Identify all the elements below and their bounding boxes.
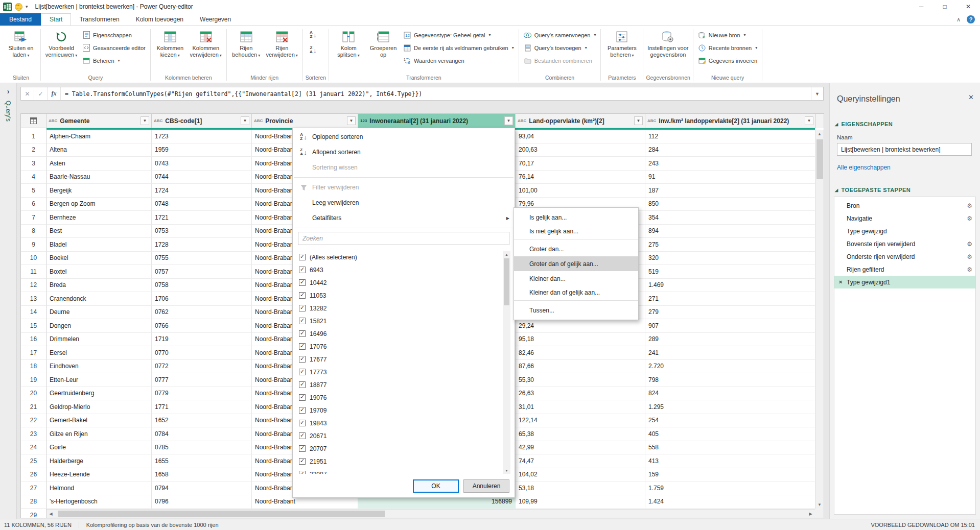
maximize-button[interactable]: □	[933, 0, 956, 13]
menu-item-number-filters[interactable]: Getalfilters ▶	[293, 210, 515, 226]
cell-land-oppervlakte[interactable]: 122,14	[516, 414, 645, 428]
cell-inw-per-km2[interactable]: 354	[645, 211, 816, 225]
checkbox-checked-icon[interactable]	[299, 458, 306, 465]
cell-land-oppervlakte[interactable]: 101,00	[516, 184, 645, 198]
cell-cbs-code[interactable]: 0770	[152, 346, 252, 360]
row-number[interactable]: 9	[21, 238, 46, 252]
checkbox-checked-icon[interactable]	[299, 445, 306, 452]
cell-inw-per-km2[interactable]: 275	[645, 238, 816, 252]
cell-gemeente[interactable]: Helmond	[46, 481, 152, 495]
vertical-scroll-thumb[interactable]	[816, 139, 823, 179]
row-number[interactable]: 16	[21, 333, 46, 347]
formula-cancel-icon[interactable]: ✕	[21, 87, 34, 100]
status-profiling-info[interactable]: Kolomprofilering op basis van de bovenst…	[79, 522, 226, 528]
cell-gemeente[interactable]: Altena	[46, 143, 152, 157]
row-number[interactable]: 12	[21, 279, 46, 293]
row-number[interactable]: 4	[21, 171, 46, 184]
filter-value-item[interactable]: 21951	[298, 455, 501, 468]
cell-cbs-code[interactable]: 0748	[152, 198, 252, 211]
cell-inw-per-km2[interactable]: 2.720	[645, 360, 816, 374]
cell-land-oppervlakte[interactable]: 76,14	[516, 171, 645, 184]
cell-gemeente[interactable]: Goirle	[46, 441, 152, 455]
cell-gemeente[interactable]: Breda	[46, 279, 152, 293]
cell-inw-per-km2[interactable]: 279	[645, 306, 816, 320]
step-settings-gear-icon[interactable]: ⚙	[967, 266, 972, 273]
query-name-input[interactable]	[837, 143, 972, 156]
filter-value-item[interactable]: 17076	[298, 340, 501, 353]
applied-steps-section-header[interactable]: ◢ TOEGEPASTE STAPPEN	[835, 187, 911, 193]
checkbox-checked-icon[interactable]	[299, 420, 306, 426]
row-number[interactable]: 18	[21, 360, 46, 374]
row-number[interactable]: 3	[21, 157, 46, 171]
cell-gemeente[interactable]: Best	[46, 225, 152, 238]
split-column-button[interactable]: Kolom splitsen▾	[332, 28, 365, 72]
cell-cbs-code[interactable]: 0766	[152, 319, 252, 333]
cell-cbs-code[interactable]: 0777	[152, 373, 252, 387]
cell-inw-per-km2[interactable]: 850	[645, 198, 816, 211]
manage-button[interactable]: Beheren ▾	[80, 55, 148, 66]
cell-cbs-code[interactable]: 0779	[152, 387, 252, 401]
cell-cbs-code[interactable]: 1721	[152, 211, 252, 225]
row-number[interactable]: 15	[21, 319, 46, 333]
checkbox-checked-icon[interactable]	[299, 330, 306, 337]
row-number[interactable]: 27	[21, 481, 46, 495]
cell-gemeente[interactable]: Boxtel	[46, 265, 152, 279]
cell-inw-per-km2[interactable]: 254	[645, 414, 816, 428]
cell-gemeente[interactable]: Eindhoven	[46, 360, 152, 374]
remove-rows-button[interactable]: Rijen verwijderen▾	[264, 28, 300, 72]
cell-inw-per-km2[interactable]: 243	[645, 157, 816, 171]
filter-value-item[interactable]: 16496	[298, 327, 501, 340]
step-settings-gear-icon[interactable]: ⚙	[967, 240, 972, 248]
menu-item-remove-empty[interactable]: Leeg verwijderen	[293, 195, 515, 210]
tab-transformeren[interactable]: Transformeren	[71, 13, 127, 26]
cell-inw-per-km2[interactable]: 1.424	[645, 495, 816, 509]
tab-bestand[interactable]: Bestand	[0, 13, 41, 26]
row-number[interactable]: 28	[21, 495, 46, 509]
checkbox-checked-icon[interactable]	[299, 305, 306, 311]
cell-land-oppervlakte[interactable]: 82,46	[516, 346, 645, 360]
row-number[interactable]: 10	[21, 252, 46, 266]
expand-queries-pane-button[interactable]: ›	[0, 83, 16, 95]
step-settings-gear-icon[interactable]: ⚙	[967, 215, 972, 222]
row-number[interactable]: 2	[21, 143, 46, 157]
cell-inw-per-km2[interactable]: 320	[645, 252, 816, 266]
applied-step[interactable]: ✕ Bovenste rijen verwijderd ⚙	[834, 237, 975, 250]
row-number[interactable]: 11	[21, 265, 46, 279]
new-source-button[interactable]: Nieuwe bron ▾	[696, 29, 759, 41]
submenu-item[interactable]: Is gelijk aan...	[514, 210, 638, 225]
vertical-scrollbar[interactable]: ▲ ▼	[815, 130, 824, 509]
choose-columns-button[interactable]: Kolommen kiezen▾	[153, 28, 187, 72]
data-type-button[interactable]: 12 Gegevenstype: Geheel getal ▾	[401, 29, 516, 41]
filter-value-item[interactable]: 19076	[298, 391, 501, 404]
cell-cbs-code[interactable]: 0744	[152, 171, 252, 184]
tab-weergeven[interactable]: Weergeven	[192, 13, 239, 26]
replace-values-button[interactable]: 12 Waarden vervangen	[401, 55, 516, 66]
applied-step[interactable]: ✕ Onderste rijen verwijderd ⚙	[834, 250, 975, 263]
remove-columns-button[interactable]: Kolommen verwijderen▾	[188, 28, 224, 72]
menu-item-sort-ascending[interactable]: AZ↓ Oplopend sorteren	[293, 129, 515, 144]
cell-inw-per-km2[interactable]: 798	[645, 373, 816, 387]
row-number[interactable]: 17	[21, 346, 46, 360]
cell-gemeente[interactable]: Heeze-Leende	[46, 468, 152, 482]
row-number[interactable]: 24	[21, 441, 46, 455]
cell-inw-per-km2[interactable]: 1.469	[645, 279, 816, 293]
formula-accept-icon[interactable]: ✓	[34, 87, 48, 100]
cell-land-oppervlakte[interactable]: 31,01	[516, 400, 645, 414]
tab-kolom-toevoegen[interactable]: Kolom toevoegen	[128, 13, 192, 26]
cell-land-oppervlakte[interactable]: 70,17	[516, 157, 645, 171]
cell-gemeente[interactable]: Gilze en Rijen	[46, 427, 152, 441]
cancel-button[interactable]: Annuleren	[463, 479, 509, 493]
cell-gemeente[interactable]: Bladel	[46, 238, 152, 252]
submenu-item[interactable]: Tussen...	[514, 303, 638, 318]
cell-cbs-code[interactable]: 0755	[152, 252, 252, 266]
checkbox-checked-icon[interactable]	[299, 279, 306, 286]
append-queries-button[interactable]: Query's toevoegen ▾	[522, 42, 598, 54]
cell-cbs-code[interactable]: 0784	[152, 427, 252, 441]
filter-value-item[interactable]: 19709	[298, 404, 501, 417]
checkbox-checked-icon[interactable]	[299, 318, 306, 324]
submenu-item[interactable]: Kleiner dan...	[514, 271, 638, 286]
column-filter-button[interactable]: ▼	[634, 116, 643, 125]
filter-value-item[interactable]: 11053	[298, 289, 501, 302]
column-header[interactable]: ABC CBS-code[1] ▼	[152, 114, 252, 128]
filter-value-item[interactable]: 20707	[298, 442, 501, 455]
